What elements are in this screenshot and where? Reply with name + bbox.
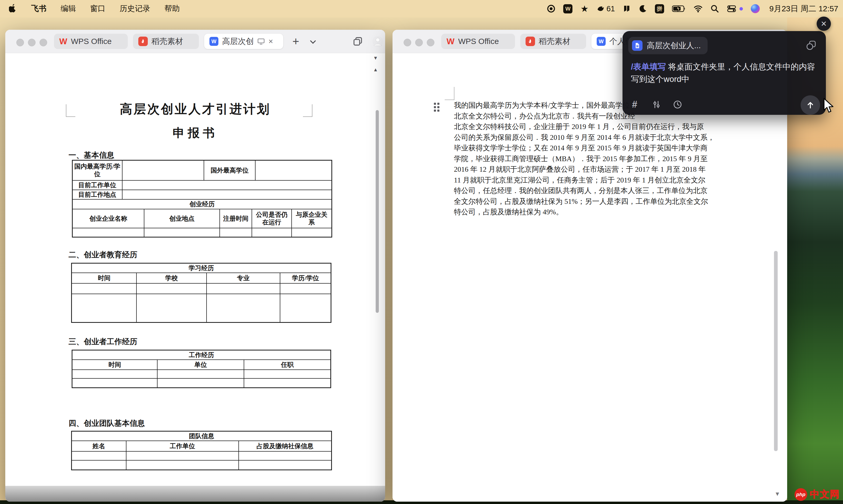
- window-layout-icon[interactable]: [352, 36, 363, 47]
- send-button[interactable]: [801, 95, 820, 115]
- traffic-minimize-button[interactable]: [28, 39, 36, 46]
- notification-bird-icon[interactable]: 61: [596, 4, 615, 13]
- panel-close-button[interactable]: ✕: [816, 17, 831, 31]
- menu-item-window[interactable]: 窗口: [90, 3, 105, 14]
- tab-label: 稻壳素材: [539, 36, 570, 47]
- table-cell: [239, 461, 331, 469]
- table-team-info: 团队信息姓名工作单位占股及缴纳社保信息: [71, 431, 332, 470]
- doc-reference-chip[interactable]: 高层次创业人...: [628, 37, 707, 54]
- doc-reference-label: 高层次创业人...: [647, 40, 701, 51]
- page-up-icon[interactable]: ▴: [374, 67, 377, 72]
- traffic-zoom-button[interactable]: [427, 39, 434, 46]
- table-cell: [158, 370, 244, 378]
- right-document-canvas[interactable]: 我的国内最高学历为大学本科/文学学士，国外最高学位北京全文尔特公司，办公点为北京…: [392, 53, 787, 502]
- table-row: 创业企业名称创业地点注册时间公司是否仍在运行与原企业关系: [73, 209, 331, 228]
- paragraph: 我的国内最高学历为大学本科/文学学士，国外最高学位北京全文尔特公司，办公点为北京…: [454, 100, 715, 217]
- badge-star-icon[interactable]: ★: [580, 3, 588, 14]
- paragraph-drag-handle[interactable]: [434, 103, 439, 112]
- table-row: [72, 370, 330, 379]
- left-scrollbar-thumb[interactable]: [376, 110, 379, 313]
- table-cell: 国外最高学位: [204, 161, 256, 180]
- table-cell: [73, 228, 144, 237]
- bars-icon[interactable]: [623, 4, 631, 13]
- table-row: [72, 284, 331, 294]
- new-tab-button[interactable]: +: [293, 36, 299, 47]
- focus-moon-icon[interactable]: [638, 4, 647, 13]
- paragraph-line: 学院，毕业获得工商管理硕士（MBA）．我于 2015 年参加工作，2015 年 …: [454, 154, 715, 164]
- tab-docer-templates[interactable]: 稻壳素材: [520, 34, 586, 49]
- tab-label: WPS Office: [458, 37, 499, 46]
- tab-wps-office[interactable]: W WPS Office: [441, 34, 515, 49]
- table-row: 团队信息: [72, 432, 331, 441]
- table-cell: 国内最高学历/学位: [73, 161, 123, 180]
- table-cell: 学校: [137, 273, 207, 283]
- wifi-icon[interactable]: [693, 5, 703, 13]
- traffic-zoom-button[interactable]: [39, 39, 47, 46]
- history-clock-icon[interactable]: [673, 100, 682, 109]
- wps-logo-icon: W: [446, 37, 454, 46]
- table-cell: [123, 181, 331, 190]
- table-cell: 工作经历: [72, 350, 330, 359]
- tab-list-chevron-icon[interactable]: [310, 40, 316, 44]
- tab-close-icon[interactable]: ×: [268, 37, 273, 46]
- table-cell: [72, 294, 137, 322]
- tab-label: 高层次创: [222, 36, 254, 47]
- table-cell: [126, 452, 239, 460]
- apple-menu-icon[interactable]: [9, 3, 17, 14]
- traffic-close-button[interactable]: [404, 39, 411, 46]
- table-cell: [123, 190, 331, 199]
- menu-item-edit[interactable]: 编辑: [60, 3, 76, 14]
- table-cell: 时间: [72, 360, 158, 370]
- left-document-canvas[interactable]: 高层次创业人才引进计划 申报书 一、基本信息 国内最高学历/学位国外最高学位目前…: [5, 53, 385, 502]
- writer-doc-icon: W: [597, 37, 605, 46]
- table-cell: 与原企业关系: [292, 209, 331, 228]
- tab-document-active[interactable]: W 高层次创 ×: [204, 34, 283, 49]
- left-tab-bar: W WPS Office 稻壳素材 W 高层次创 × +: [5, 30, 385, 53]
- copy-icon[interactable]: [806, 40, 816, 51]
- table-cell: 任职: [244, 360, 330, 370]
- record-icon[interactable]: [547, 4, 555, 13]
- table-row: 国内最高学历/学位国外最高学位: [73, 161, 331, 181]
- hash-topic-icon[interactable]: #: [632, 99, 637, 110]
- status-dot: [739, 7, 743, 11]
- table-cell: [207, 284, 281, 294]
- mouse-cursor: [823, 98, 835, 114]
- scroll-down-icon[interactable]: ▼: [774, 491, 780, 497]
- table-cell: 创业企业名称: [73, 209, 144, 228]
- table-cell: 目前工作单位: [73, 181, 123, 190]
- notification-count: 61: [607, 4, 615, 13]
- paragraph-line: 11 月就职于北京里克江湖公司，任商务主管；后于 2019 年 1 月创立北京全…: [454, 175, 715, 186]
- table-cell: 姓名: [72, 441, 126, 451]
- table-cell: [72, 379, 158, 388]
- table-cell: [220, 228, 252, 237]
- table-cell: [72, 461, 126, 469]
- collapse-toolbar-icon[interactable]: ▾: [374, 55, 377, 61]
- tab-docer-templates[interactable]: 稻壳素材: [133, 34, 199, 49]
- siri-icon[interactable]: [751, 4, 760, 13]
- writer-doc-icon: W: [209, 37, 218, 46]
- table-cell: [137, 294, 207, 322]
- avatar[interactable]: [372, 36, 384, 47]
- menu-item-help[interactable]: 帮助: [164, 3, 180, 14]
- menu-item-app[interactable]: 飞书: [31, 3, 46, 14]
- table-cell: [72, 284, 137, 294]
- tab-wps-office[interactable]: W WPS Office: [54, 34, 128, 49]
- table-cell: 学历/学位: [280, 273, 331, 283]
- assistant-panel: 高层次创业人... /表单填写 将桌面文件夹里，个人信息文件中的内容写到这个wo…: [622, 31, 826, 115]
- right-scrollbar-thumb[interactable]: [774, 251, 778, 451]
- table-cell: 公司是否仍在运行: [252, 209, 292, 228]
- prompt-input[interactable]: /表单填写 将桌面文件夹里，个人信息文件中的内容写到这个word中: [631, 60, 820, 85]
- traffic-close-button[interactable]: [16, 39, 24, 46]
- search-icon[interactable]: [710, 4, 719, 13]
- menubar-clock[interactable]: 9月23日 周二 12:57: [769, 3, 838, 14]
- tune-sliders-icon[interactable]: [652, 100, 661, 109]
- traffic-minimize-button[interactable]: [415, 39, 423, 46]
- table-cell: [72, 452, 126, 460]
- control-center-icon[interactable]: [727, 5, 736, 13]
- menu-item-history[interactable]: 历史记录: [120, 3, 150, 14]
- wps-menubar-icon[interactable]: W: [563, 4, 573, 14]
- table-row: 时间学校专业学历/学位: [72, 273, 331, 284]
- table-cell: [244, 370, 330, 378]
- section-heading-1: 一、基本信息: [69, 150, 114, 161]
- pinyin-input-icon[interactable]: 拼: [655, 4, 664, 14]
